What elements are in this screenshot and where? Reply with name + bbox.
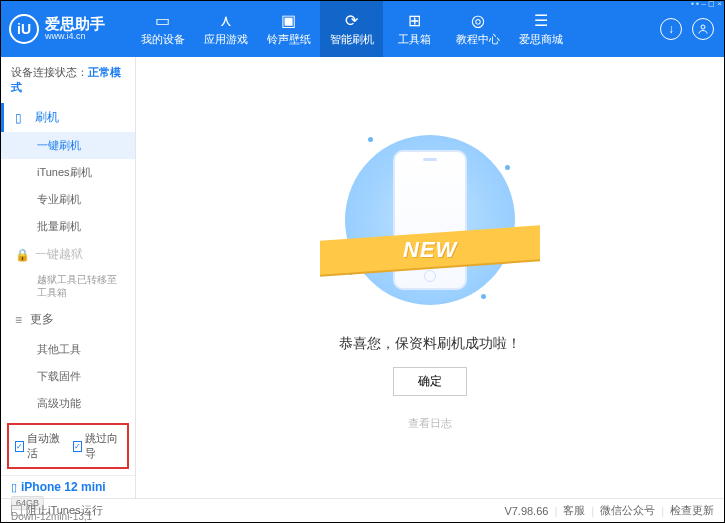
view-log-link[interactable]: 查看日志 — [408, 416, 452, 431]
store-icon: ☰ — [532, 12, 550, 30]
section-label: 更多 — [30, 311, 54, 328]
checkbox-block-itunes[interactable]: 阻止iTunes运行 — [11, 503, 103, 518]
nav-label: 爱思商城 — [519, 32, 563, 47]
checkbox-label: 自动激活 — [27, 431, 63, 461]
sidebar-item-pro-flash[interactable]: 专业刷机 — [1, 186, 135, 213]
nav-ringtones[interactable]: ▣铃声壁纸 — [257, 1, 320, 57]
sidebar-item-batch-flash[interactable]: 批量刷机 — [1, 213, 135, 240]
nav-label: 我的设备 — [141, 32, 185, 47]
nav-my-device[interactable]: ▭我的设备 — [131, 1, 194, 57]
main-content: NEW 恭喜您，保资料刷机成功啦！ 确定 查看日志 — [136, 57, 724, 498]
apps-icon: ⋏ — [217, 12, 235, 30]
success-message: 恭喜您，保资料刷机成功啦！ — [339, 335, 521, 353]
device-name: iPhone 12 mini — [21, 480, 106, 494]
checkbox-icon: ✓ — [15, 441, 24, 452]
download-button[interactable]: ↓ — [660, 18, 682, 40]
nav-label: 工具箱 — [398, 32, 431, 47]
sidebar-item-other-tools[interactable]: 其他工具 — [1, 336, 135, 363]
lock-icon: 🔒 — [15, 248, 27, 262]
user-icon — [697, 23, 709, 35]
support-link[interactable]: 客服 — [563, 503, 585, 518]
brand-url: www.i4.cn — [45, 32, 105, 42]
sidebar-item-download-firmware[interactable]: 下载固件 — [1, 363, 135, 390]
connection-status: 设备连接状态：正常模式 — [1, 57, 135, 103]
app-header: ▪ ▪ – ◻ × iU 爱思助手 www.i4.cn ▭我的设备 ⋏应用游戏 … — [1, 1, 724, 57]
flash-icon: ⟳ — [343, 12, 361, 30]
checkbox-highlight-box: ✓ 自动激活 ✓ 跳过向导 — [7, 423, 129, 469]
nav-toolbox[interactable]: ⊞工具箱 — [383, 1, 446, 57]
sidebar-item-oneclick-flash[interactable]: 一键刷机 — [1, 132, 135, 159]
checkbox-auto-activate[interactable]: ✓ 自动激活 — [15, 431, 63, 461]
nav-label: 应用游戏 — [204, 32, 248, 47]
status-label: 设备连接状态： — [11, 66, 88, 78]
nav-tutorial[interactable]: ◎教程中心 — [446, 1, 509, 57]
svg-point-0 — [701, 25, 705, 29]
logo-icon: iU — [9, 14, 39, 44]
checkbox-icon: ✓ — [73, 441, 82, 452]
section-label: 一键越狱 — [35, 246, 83, 263]
footer: 阻止iTunes运行 V7.98.66 | 客服 | 微信公众号 | 检查更新 — [1, 498, 724, 522]
window-controls[interactable]: ▪ ▪ – ◻ × — [691, 0, 722, 8]
nav-store[interactable]: ☰爱思商城 — [509, 1, 572, 57]
sidebar-item-advanced[interactable]: 高级功能 — [1, 390, 135, 417]
nav-label: 教程中心 — [456, 32, 500, 47]
sidebar-section-flash[interactable]: ▯ 刷机 — [1, 103, 135, 132]
toolbox-icon: ⊞ — [406, 12, 424, 30]
section-label: 刷机 — [35, 109, 59, 126]
brand: iU 爱思助手 www.i4.cn — [9, 14, 131, 44]
top-nav: ▭我的设备 ⋏应用游戏 ▣铃声壁纸 ⟳智能刷机 ⊞工具箱 ◎教程中心 ☰爱思商城 — [131, 1, 572, 57]
user-button[interactable] — [692, 18, 714, 40]
sidebar-section-jailbreak[interactable]: 🔒 一键越狱 — [1, 240, 135, 269]
jailbreak-note: 越狱工具已转移至工具箱 — [1, 269, 135, 303]
sidebar-section-more[interactable]: 更多 — [1, 303, 135, 336]
device-icon: ▭ — [154, 12, 172, 30]
nav-label: 智能刷机 — [330, 32, 374, 47]
version-label: V7.98.66 — [504, 505, 548, 517]
phone-icon: ▯ — [11, 481, 17, 494]
wechat-link[interactable]: 微信公众号 — [600, 503, 655, 518]
ok-button[interactable]: 确定 — [393, 367, 467, 396]
nav-label: 铃声壁纸 — [267, 32, 311, 47]
phone-icon: ▯ — [15, 111, 27, 125]
success-illustration: NEW — [340, 125, 520, 315]
brand-name: 爱思助手 — [45, 16, 105, 33]
nav-apps[interactable]: ⋏应用游戏 — [194, 1, 257, 57]
checkbox-icon — [11, 505, 22, 516]
checkbox-label: 跳过向导 — [85, 431, 121, 461]
ringtone-icon: ▣ — [280, 12, 298, 30]
nav-flash[interactable]: ⟳智能刷机 — [320, 1, 383, 57]
checkbox-skip-guide[interactable]: ✓ 跳过向导 — [73, 431, 121, 461]
sidebar-item-itunes-flash[interactable]: iTunes刷机 — [1, 159, 135, 186]
checkbox-label: 阻止iTunes运行 — [26, 503, 103, 518]
sidebar: 设备连接状态：正常模式 ▯ 刷机 一键刷机 iTunes刷机 专业刷机 批量刷机… — [1, 57, 136, 498]
tutorial-icon: ◎ — [469, 12, 487, 30]
check-update-link[interactable]: 检查更新 — [670, 503, 714, 518]
